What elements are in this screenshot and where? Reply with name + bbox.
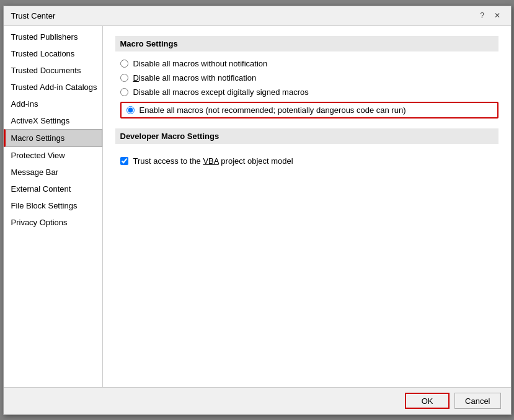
radio-disable-notify[interactable] bbox=[120, 74, 128, 82]
sidebar-item-trusted-locations[interactable]: Trusted Locations bbox=[4, 45, 102, 62]
dialog-footer: OK Cancel bbox=[4, 387, 511, 414]
trust-vba-checkbox-item: Trust access to the VBA project object m… bbox=[115, 151, 498, 171]
dialog-body: Trusted Publishers Trusted Locations Tru… bbox=[4, 26, 511, 387]
trust-vba-checkbox[interactable] bbox=[120, 157, 128, 165]
sidebar-item-privacy-options[interactable]: Privacy Options bbox=[4, 214, 102, 231]
main-content: Macro Settings Disable all macros withou… bbox=[103, 26, 511, 387]
close-button[interactable]: ✕ bbox=[491, 9, 503, 22]
radio-item-disable-no-notify: Disable all macros without notification bbox=[120, 59, 498, 68]
radio-label-disable-no-notify[interactable]: Disable all macros without notification bbox=[133, 59, 268, 68]
radio-item-enable-all-highlighted: Enable all macros (not recommended; pote… bbox=[120, 102, 498, 118]
sidebar-item-message-bar[interactable]: Message Bar bbox=[4, 164, 102, 181]
macro-radio-group: Disable all macros without notification … bbox=[115, 59, 498, 118]
developer-section-header: Developer Macro Settings bbox=[115, 128, 498, 144]
radio-item-disable-notify: Disable all macros with notification bbox=[120, 73, 498, 83]
ok-button[interactable]: OK bbox=[405, 393, 450, 409]
macro-settings-header: Macro Settings bbox=[115, 36, 498, 51]
sidebar-item-protected-view[interactable]: Protected View bbox=[4, 147, 102, 164]
developer-macro-section: Developer Macro Settings Trust access to… bbox=[115, 128, 498, 171]
radio-disable-no-notify[interactable] bbox=[120, 60, 128, 68]
radio-label-disable-signed[interactable]: Disable all macros except digitally sign… bbox=[133, 87, 309, 97]
sidebar-item-external-content[interactable]: External Content bbox=[4, 181, 102, 197]
title-bar: Trust Center ? ✕ bbox=[4, 6, 511, 26]
sidebar: Trusted Publishers Trusted Locations Tru… bbox=[4, 26, 103, 387]
radio-label-enable-all[interactable]: Enable all macros (not recommended; pote… bbox=[140, 105, 406, 115]
title-bar-controls: ? ✕ bbox=[476, 9, 503, 22]
sidebar-item-add-ins[interactable]: Add-ins bbox=[4, 96, 102, 112]
sidebar-item-trusted-publishers[interactable]: Trusted Publishers bbox=[4, 29, 102, 45]
sidebar-item-trusted-addin-catalogs[interactable]: Trusted Add-in Catalogs bbox=[4, 79, 102, 96]
vba-underline: VBA bbox=[203, 156, 218, 166]
cancel-button[interactable]: Cancel bbox=[454, 393, 500, 409]
title-bar-left: Trust Center bbox=[11, 11, 56, 20]
sidebar-item-trusted-documents[interactable]: Trusted Documents bbox=[4, 62, 102, 79]
sidebar-item-macro-settings[interactable]: Macro Settings bbox=[4, 129, 102, 147]
radio-disable-signed[interactable] bbox=[120, 88, 128, 96]
radio-enable-all[interactable] bbox=[126, 106, 135, 114]
trust-vba-label[interactable]: Trust access to the VBA project object m… bbox=[133, 156, 293, 166]
radio-item-disable-signed: Disable all macros except digitally sign… bbox=[120, 87, 498, 97]
sidebar-item-activex-settings[interactable]: ActiveX Settings bbox=[4, 112, 102, 129]
help-button[interactable]: ? bbox=[476, 9, 489, 22]
dialog-title: Trust Center bbox=[11, 11, 56, 20]
sidebar-item-file-block-settings[interactable]: File Block Settings bbox=[4, 197, 102, 214]
radio-label-disable-notify[interactable]: Disable all macros with notification bbox=[133, 73, 257, 83]
trust-center-dialog: Trust Center ? ✕ Trusted Publishers Trus… bbox=[3, 6, 512, 415]
